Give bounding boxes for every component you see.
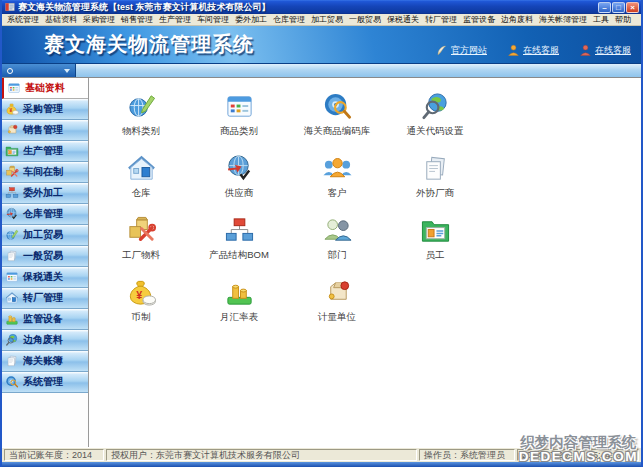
feature-tile[interactable]: 客户 <box>288 153 386 215</box>
sidebar-item-label: 边角废料 <box>23 333 63 347</box>
window-control-button[interactable]: × <box>626 2 639 13</box>
content-area: 物料类别 商品类别 海关商品编码库 通关代码设置 <box>89 78 641 447</box>
feature-tile[interactable]: 供应商 <box>190 153 288 215</box>
banner-link[interactable]: 在线客服 <box>579 44 631 57</box>
sidebar-item-label: 保税通关 <box>23 270 63 284</box>
coins-icon <box>5 312 19 326</box>
docs-icon <box>5 354 19 368</box>
menu-item[interactable]: 仓库管理 <box>270 14 308 25</box>
status-date: 2014-07-25 <box>517 449 581 461</box>
banner-link[interactable]: 在线客服 <box>507 44 559 57</box>
menu-item[interactable]: 基础资料 <box>42 14 80 25</box>
menu-item[interactable]: 海关帐簿管理 <box>536 14 590 25</box>
feature-tile[interactable]: 通关代码设置 <box>386 91 484 153</box>
banner: 赛文海关物流管理系统 官方网站 在线客服 在线客服 <box>2 26 641 64</box>
sidebar-item[interactable]: 采购管理 <box>2 99 88 120</box>
feature-tile[interactable]: 部门 <box>288 215 386 277</box>
sidebar-item-label: 采购管理 <box>23 102 63 116</box>
sidebar-item-label: 生产管理 <box>23 144 63 158</box>
tile-label: 通关代码设置 <box>407 125 464 138</box>
cd-search-icon <box>5 375 19 389</box>
status-time: 15:44:24 <box>583 449 639 461</box>
package-icon <box>5 123 19 137</box>
menu-item[interactable]: 一般贸易 <box>346 14 384 25</box>
navigation-dropdown[interactable] <box>2 64 76 77</box>
tile-label: 员工 <box>426 249 445 262</box>
menu-item[interactable]: 保税通关 <box>384 14 422 25</box>
menu-item[interactable]: 加工贸易 <box>308 14 346 25</box>
menu-item[interactable]: 委外加工 <box>232 14 270 25</box>
menu-item[interactable]: 采购管理 <box>80 14 118 25</box>
pen-icon <box>435 44 448 57</box>
menu-item[interactable]: 生产管理 <box>156 14 194 25</box>
sidebar-item[interactable]: 销售管理 <box>2 120 88 141</box>
tile-label: 商品类别 <box>220 125 258 138</box>
feature-tile[interactable]: 仓库 <box>92 153 190 215</box>
menu-item[interactable]: 系统管理 <box>4 14 42 25</box>
chevron-down-icon <box>64 69 70 73</box>
tile-label: 海关商品编码库 <box>304 125 371 138</box>
window-control-button[interactable]: – <box>598 2 611 13</box>
banner-link-label: 在线客服 <box>523 44 559 57</box>
sidebar-item[interactable]: 保税通关 <box>2 267 88 288</box>
sidebar-item[interactable]: 一般贸易 <box>2 246 88 267</box>
sidebar-item[interactable]: 边角废料 <box>2 330 88 351</box>
sidebar-item-label: 海关账簿 <box>23 354 63 368</box>
tile-label: 部门 <box>328 249 347 262</box>
feature-tile[interactable]: 物料类别 <box>92 91 190 153</box>
globe-arrow-icon <box>5 207 19 221</box>
menu-item[interactable]: 监管设备 <box>460 14 498 25</box>
sidebar-item[interactable]: 海关账簿 <box>2 351 88 372</box>
tile-label: 供应商 <box>225 187 254 200</box>
tile-label: 月汇率表 <box>220 311 258 324</box>
sidebar-item-label: 销售管理 <box>23 123 63 137</box>
sidebar-item-label: 委外加工 <box>23 186 63 200</box>
sidebar-item[interactable]: 监管设备 <box>2 309 88 330</box>
window-controls: – □ × <box>598 2 639 13</box>
menu-item[interactable]: 转厂管理 <box>422 14 460 25</box>
menu-item[interactable]: 工具 <box>590 14 612 25</box>
sidebar-item[interactable]: 基础资料 <box>2 78 88 99</box>
sidebar-item-label: 加工贸易 <box>23 228 63 242</box>
feature-tile[interactable]: 产品结构BOM <box>190 215 288 277</box>
feature-tile[interactable]: 外协厂商 <box>386 153 484 215</box>
boxes-tools-icon <box>5 165 19 179</box>
main-body: 基础资料 采购管理 销售管理 生产管理 <box>2 78 641 447</box>
menu-item[interactable]: 帮助 <box>612 14 634 25</box>
tile-label: 物料类别 <box>122 125 160 138</box>
sidebar-item-label: 车间在制 <box>23 165 63 179</box>
menu-item[interactable]: 销售管理 <box>118 14 156 25</box>
sidebar-item[interactable]: 委外加工 <box>2 183 88 204</box>
window-control-button[interactable]: □ <box>612 2 625 13</box>
globe-search-icon <box>420 91 451 122</box>
sidebar-item[interactable]: 加工贸易 <box>2 225 88 246</box>
feature-tile[interactable]: 海关商品编码库 <box>288 91 386 153</box>
feature-tile[interactable]: 计量单位 <box>288 277 386 339</box>
sidebar-item[interactable]: 系统管理 <box>2 372 88 393</box>
orgchart-icon <box>5 186 19 200</box>
feature-tile[interactable]: 月汇率表 <box>190 277 288 339</box>
menu-bar: 系统管理 基础资料 采购管理 销售管理 生产管理 车间管理 委外加工 仓库管理 … <box>2 14 641 26</box>
globe-pencil-icon <box>126 91 157 122</box>
window-grid-icon <box>224 91 255 122</box>
app-logo-icon <box>5 2 15 12</box>
feature-tile[interactable]: 员工 <box>386 215 484 277</box>
feature-tile[interactable]: 币制 <box>92 277 190 339</box>
sidebar-item[interactable]: 仓库管理 <box>2 204 88 225</box>
window-title: 赛文海关物流管理系统【test 东莞市赛文计算机技术有限公司】 <box>18 1 598 14</box>
sidebar-item[interactable]: 生产管理 <box>2 141 88 162</box>
menu-item[interactable]: 边角废料 <box>498 14 536 25</box>
tile-label: 币制 <box>132 311 151 324</box>
status-bar: 当前记账年度：2014 授权用户：东莞市赛文计算机技术服务有限公司 操作员：系统… <box>2 447 641 462</box>
banner-link[interactable]: 官方网站 <box>435 44 487 57</box>
menu-item[interactable]: 车间管理 <box>194 14 232 25</box>
sidebar-item[interactable]: 车间在制 <box>2 162 88 183</box>
moneybag-icon <box>126 277 157 308</box>
sidebar-item[interactable]: 转厂管理 <box>2 288 88 309</box>
feature-tile[interactable]: 商品类别 <box>190 91 288 153</box>
window-grid-icon <box>5 270 19 284</box>
coins-icon <box>224 277 255 308</box>
person-orange-icon <box>507 44 520 57</box>
feature-tile[interactable]: 工厂物料 <box>92 215 190 277</box>
people2-icon <box>322 215 353 246</box>
